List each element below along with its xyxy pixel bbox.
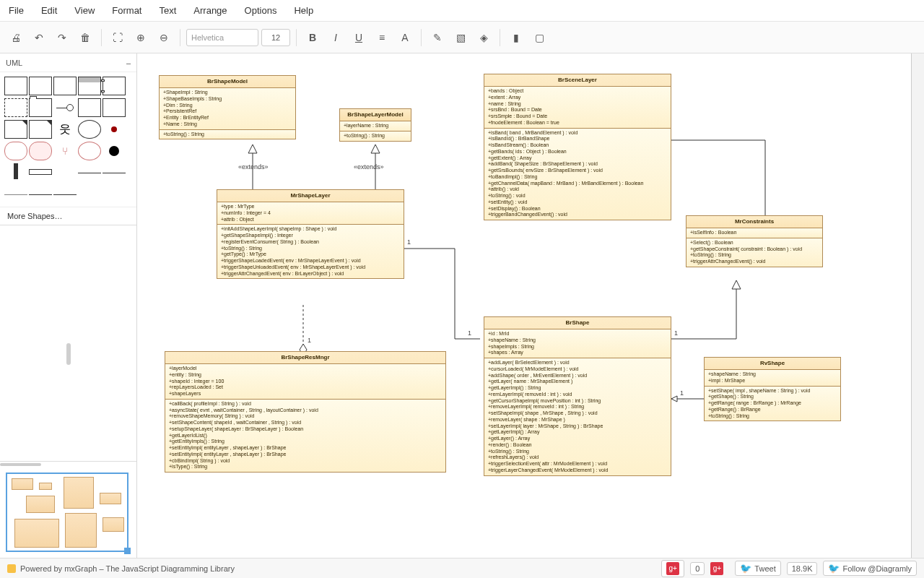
shadow-icon[interactable]: ▮ xyxy=(506,27,526,48)
shape-arrow2[interactable] xyxy=(53,185,77,204)
shape-fork-icon[interactable]: ⑂ xyxy=(53,142,77,160)
extends-label: «extends» xyxy=(238,163,269,171)
fill-color-icon[interactable]: ▧ xyxy=(450,27,471,48)
fit-icon[interactable]: ⛶ xyxy=(108,27,128,48)
outline-panel[interactable] xyxy=(6,473,128,552)
print-icon[interactable]: 🖨 xyxy=(6,27,26,48)
main-area: UML – 웃 ⑂ xyxy=(0,53,924,558)
mult-label: 1 xyxy=(468,329,471,337)
shape-dashline[interactable] xyxy=(4,185,27,204)
zoom-out-icon[interactable]: ⊖ xyxy=(154,27,174,48)
vertical-scrollbar[interactable] xyxy=(911,53,924,558)
font-size-input[interactable]: 12 xyxy=(261,29,290,46)
shape-usecase[interactable] xyxy=(78,120,101,139)
shape-actor-icon[interactable]: 웃 xyxy=(53,120,77,139)
redo-icon[interactable]: ↷ xyxy=(52,27,72,48)
shape-state[interactable] xyxy=(78,142,101,160)
diagram-canvas[interactable]: «extends» «extends» 1 1 1 1 xyxy=(137,53,924,558)
mult-label: 1 xyxy=(308,337,311,344)
menu-text[interactable]: Text xyxy=(159,5,176,16)
shape-note[interactable] xyxy=(4,120,27,139)
separator xyxy=(101,29,102,46)
shape-line2[interactable] xyxy=(103,163,126,182)
twitter-icon: 🐦 xyxy=(740,563,751,574)
sidebar-splitter[interactable] xyxy=(66,343,71,365)
shape-tab[interactable] xyxy=(29,98,52,117)
gradient-icon[interactable]: ◈ xyxy=(474,27,494,48)
shape-module[interactable] xyxy=(103,98,126,117)
zoom-in-icon[interactable]: ⊕ xyxy=(131,27,151,48)
mult-label: 1 xyxy=(680,389,684,397)
more-shapes-link[interactable]: More Shapes… xyxy=(0,207,136,225)
menu-view[interactable]: View xyxy=(74,5,95,16)
gplus-count[interactable]: 0 xyxy=(690,562,705,575)
bold-icon[interactable]: B xyxy=(302,27,323,48)
class-manager[interactable]: BrShapeResMngr +layerModel +entity : Str… xyxy=(165,351,446,473)
class-scene-layer[interactable]: BrSceneLayer +bands : Object +extent : A… xyxy=(484,74,671,220)
shape-empty xyxy=(78,185,101,204)
rounded-icon[interactable]: ▢ xyxy=(529,27,549,48)
font-family-input[interactable]: Helvetica xyxy=(186,29,258,46)
align-icon[interactable]: ≡ xyxy=(372,27,392,48)
status-bar: Powered by mxGraph – The JavaScript Diag… xyxy=(0,558,924,578)
gplus-badge[interactable]: g+ xyxy=(661,560,684,577)
class-title: BrShape xyxy=(484,317,671,329)
class-title: BrShapeLayerModel xyxy=(340,109,411,121)
shape-start-icon[interactable] xyxy=(103,120,126,139)
gplus-share-icon[interactable]: g+ xyxy=(710,562,723,575)
class-layer-model[interactable]: BrShapeLayerModel +layerName : String +t… xyxy=(339,108,411,142)
class-layer[interactable]: MrShapeLayer +type : MrType +numInfo : I… xyxy=(217,189,404,279)
shape-bar-v[interactable] xyxy=(14,163,18,179)
outline-scrollbar[interactable] xyxy=(0,462,136,467)
twitter-icon: 🐦 xyxy=(828,563,840,574)
class-title: BrSceneLayer xyxy=(484,74,671,87)
svg-marker-19 xyxy=(671,396,677,402)
sidebar-category-uml[interactable]: UML – xyxy=(0,53,136,72)
menu-edit[interactable]: Edit xyxy=(41,5,57,16)
shape-frame[interactable] xyxy=(78,98,101,117)
sidebar-category-label: UML xyxy=(6,59,22,67)
class-title: BrShapeModel xyxy=(160,76,295,88)
powered-by-label[interactable]: Powered by mxGraph – The JavaScript Diag… xyxy=(20,564,235,573)
shape-component-icon[interactable] xyxy=(103,77,126,95)
outline-resize-handle[interactable] xyxy=(124,548,131,554)
undo-icon[interactable]: ↶ xyxy=(29,27,49,48)
class-ops: +toString() : String xyxy=(160,130,295,139)
shape-rect-dash[interactable] xyxy=(4,98,27,117)
line-color-icon[interactable]: ✎ xyxy=(427,27,448,48)
shape-empty xyxy=(103,185,126,204)
shape-end-icon[interactable] xyxy=(103,142,126,160)
separator xyxy=(180,29,180,46)
collapse-icon[interactable]: – xyxy=(126,59,131,67)
shape-note2[interactable] xyxy=(29,120,52,139)
shape-rect-header[interactable] xyxy=(78,77,101,95)
class-shape[interactable]: BrShape +id : MrId +shapeName : String +… xyxy=(484,316,671,476)
shape-requirement-fill[interactable] xyxy=(29,142,52,160)
delete-icon[interactable]: 🗑 xyxy=(75,27,95,48)
shape-send[interactable] xyxy=(53,163,77,182)
extends-label: «extends» xyxy=(354,163,384,171)
menu-file[interactable]: File xyxy=(9,5,24,16)
class-shape-model[interactable]: BrShapeModel +ShapeImpl : String +ShapeB… xyxy=(159,75,296,139)
italic-icon[interactable]: I xyxy=(326,27,346,48)
tweet-button[interactable]: 🐦Tweet xyxy=(735,561,780,576)
shape-requirement[interactable] xyxy=(4,142,27,160)
shape-line[interactable] xyxy=(78,163,101,182)
menu-format[interactable]: Format xyxy=(112,5,141,16)
shape-lollipop-icon[interactable] xyxy=(53,98,77,117)
font-color-icon[interactable]: A xyxy=(395,27,415,48)
shape-rect-3sec[interactable] xyxy=(29,77,52,95)
menu-options[interactable]: Options xyxy=(245,5,277,16)
menu-help[interactable]: Help xyxy=(294,5,313,16)
menu-arrange[interactable]: Arrange xyxy=(193,5,227,16)
shape-rect-split[interactable] xyxy=(53,77,77,95)
shape-arrow[interactable] xyxy=(29,185,52,204)
class-constraints[interactable]: MrConstraints +isSelfInfo : Boolean +Sel… xyxy=(686,215,823,267)
class-title: BrShapeResMngr xyxy=(165,352,445,364)
svg-marker-17 xyxy=(732,280,741,289)
underline-icon[interactable]: U xyxy=(349,27,369,48)
follow-button[interactable]: 🐦Follow @Diagramly xyxy=(823,561,917,576)
shape-bar-h[interactable] xyxy=(29,169,52,175)
class-rvshape[interactable]: RvShape +shapeName : String +impl : MrSh… xyxy=(704,357,841,421)
shape-rect[interactable] xyxy=(4,77,27,95)
